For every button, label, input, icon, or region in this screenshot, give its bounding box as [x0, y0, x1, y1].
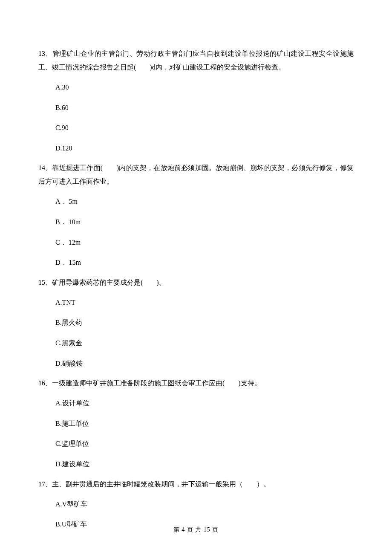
question-text: 15、矿用导爆索药芯的主要成分是( )。: [38, 276, 354, 289]
option-b: B． 10m: [55, 217, 354, 228]
option-b: B.黑火药: [55, 317, 354, 328]
question-text: 17、主、副井贯通后的主井临时罐笼改装期间，井下运输一般采用（ ）。: [38, 477, 354, 491]
question-text: 16、一级建造师中矿井施工准备阶段的施工图纸会审工作应由( )支持。: [38, 376, 354, 390]
option-b: B.60: [55, 102, 354, 113]
question-text: 14、靠近掘进工作面( )内的支架，在放炮前必须加固。放炮崩倒、崩坏的支架，必须…: [38, 161, 354, 188]
question-text: 13、管理矿山企业的主管部门、劳动行政主管部门应当自收到建设单位报送的矿山建设工…: [38, 47, 354, 74]
options-list: A.V型矿车 B.U型矿车: [38, 499, 354, 530]
page-footer: 第 4 页 共 15 页: [0, 526, 392, 534]
options-list: A.TNT B.黑火药 C.黑索金 D.硝酸铵: [38, 297, 354, 369]
question-number: 16、: [38, 379, 52, 387]
option-d: D.120: [55, 143, 354, 154]
options-list: A.设计单位 B.施工单位 C.监理单位 D.建设单位: [38, 398, 354, 469]
option-c: C． 12m: [55, 237, 354, 248]
option-d: D． 15m: [55, 257, 354, 268]
question-number: 13、: [38, 50, 52, 57]
option-a: A． 5m: [55, 196, 354, 207]
question-body: 靠近掘进工作面( )内的支架，在放炮前必须加固。放炮崩倒、崩坏的支架，必须先行修…: [38, 164, 354, 185]
option-a: A.设计单位: [55, 398, 354, 409]
question-body: 一级建造师中矿井施工准备阶段的施工图纸会审工作应由( )支持。: [52, 379, 261, 387]
option-c: C.监理单位: [55, 438, 354, 449]
question-17: 17、主、副井贯通后的主井临时罐笼改装期间，井下运输一般采用（ ）。 A.V型矿…: [38, 477, 354, 530]
page-content: 13、管理矿山企业的主管部门、劳动行政主管部门应当自收到建设单位报送的矿山建设工…: [0, 0, 392, 555]
question-number: 14、: [38, 164, 52, 171]
question-number: 17、: [38, 480, 52, 488]
question-body: 矿用导爆索药芯的主要成分是( )。: [52, 279, 166, 286]
option-b: B.施工单位: [55, 418, 354, 429]
option-a: A.TNT: [55, 297, 354, 308]
question-14: 14、靠近掘进工作面( )内的支架，在放炮前必须加固。放炮崩倒、崩坏的支架，必须…: [38, 161, 354, 268]
options-list: A.30 B.60 C.90 D.120: [38, 82, 354, 153]
option-d: D.硝酸铵: [55, 358, 354, 369]
question-body: 主、副井贯通后的主井临时罐笼改装期间，井下运输一般采用（ ）。: [52, 480, 270, 488]
option-a: A.30: [55, 82, 354, 93]
option-c: C.90: [55, 122, 354, 133]
option-d: D.建设单位: [55, 459, 354, 470]
options-list: A． 5m B． 10m C． 12m D． 15m: [38, 196, 354, 268]
question-number: 15、: [38, 279, 52, 286]
option-c: C.黑索金: [55, 338, 354, 349]
option-a: A.V型矿车: [55, 499, 354, 510]
question-16: 16、一级建造师中矿井施工准备阶段的施工图纸会审工作应由( )支持。 A.设计单…: [38, 376, 354, 469]
question-13: 13、管理矿山企业的主管部门、劳动行政主管部门应当自收到建设单位报送的矿山建设工…: [38, 47, 354, 153]
question-15: 15、矿用导爆索药芯的主要成分是( )。 A.TNT B.黑火药 C.黑索金 D…: [38, 276, 354, 369]
question-body: 管理矿山企业的主管部门、劳动行政主管部门应当自收到建设单位报送的矿山建设工程安全…: [38, 50, 354, 71]
